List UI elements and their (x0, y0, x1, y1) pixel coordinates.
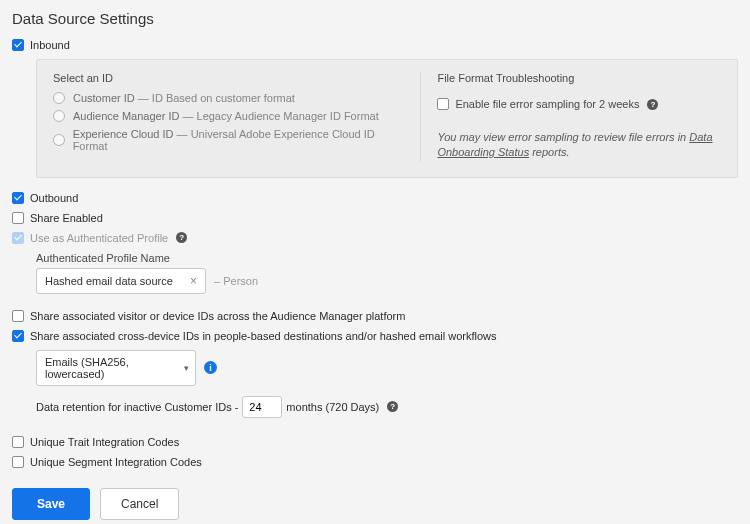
share-crossdevice-label: Share associated cross-device IDs in peo… (30, 330, 497, 342)
inbound-panel: Select an ID Customer ID — ID Based on c… (36, 59, 738, 178)
auth-profile-suffix: – Person (214, 275, 258, 287)
unique-trait-checkbox[interactable] (12, 436, 24, 448)
share-crossdevice-checkbox[interactable] (12, 330, 24, 342)
share-visitor-label: Share associated visitor or device IDs a… (30, 310, 405, 322)
unique-segment-label: Unique Segment Integration Codes (30, 456, 202, 468)
hash-type-value: Emails (SHA256, lowercased) (45, 356, 178, 380)
help-icon[interactable]: ? (176, 232, 187, 243)
radio-ecid-label: Experience Cloud ID — Universal Adobe Ex… (73, 128, 401, 152)
radio-aam-id-label: Audience Manager ID — Legacy Audience Ma… (73, 110, 379, 122)
info-icon[interactable]: i (204, 361, 217, 374)
help-icon[interactable]: ? (647, 99, 658, 110)
auth-profile-name-label: Authenticated Profile Name (36, 252, 738, 264)
auth-profile-label: Use as Authenticated Profile (30, 232, 168, 244)
page-title: Data Source Settings (12, 10, 738, 27)
select-id-heading: Select an ID (53, 72, 400, 84)
auth-profile-name-field[interactable]: × (36, 268, 206, 294)
clear-icon[interactable]: × (188, 274, 199, 288)
chevron-down-icon: ▾ (184, 363, 189, 373)
unique-trait-label: Unique Trait Integration Codes (30, 436, 179, 448)
radio-customer-id[interactable] (53, 92, 65, 104)
retention-input[interactable] (242, 396, 282, 418)
save-button[interactable]: Save (12, 488, 90, 520)
radio-ecid[interactable] (53, 134, 65, 146)
outbound-checkbox[interactable] (12, 192, 24, 204)
troubleshoot-note: You may view error sampling to review fi… (437, 130, 721, 161)
enable-error-sampling-checkbox[interactable] (437, 98, 449, 110)
auth-profile-name-input[interactable] (43, 274, 188, 288)
retention-suffix: months (720 Days) (286, 401, 379, 413)
hash-type-select[interactable]: Emails (SHA256, lowercased) ▾ (36, 350, 196, 386)
unique-segment-checkbox[interactable] (12, 456, 24, 468)
radio-customer-id-label: Customer ID — ID Based on customer forma… (73, 92, 295, 104)
enable-error-sampling-label: Enable file error sampling for 2 weeks (455, 98, 639, 110)
retention-prefix: Data retention for inactive Customer IDs… (36, 401, 238, 413)
radio-aam-id[interactable] (53, 110, 65, 122)
cancel-button[interactable]: Cancel (100, 488, 179, 520)
auth-profile-checkbox (12, 232, 24, 244)
share-visitor-checkbox[interactable] (12, 310, 24, 322)
outbound-label: Outbound (30, 192, 78, 204)
troubleshoot-heading: File Format Troubleshooting (437, 72, 721, 84)
help-icon[interactable]: ? (387, 401, 398, 412)
share-enabled-label: Share Enabled (30, 212, 103, 224)
inbound-checkbox[interactable] (12, 39, 24, 51)
share-enabled-checkbox[interactable] (12, 212, 24, 224)
inbound-label: Inbound (30, 39, 70, 51)
